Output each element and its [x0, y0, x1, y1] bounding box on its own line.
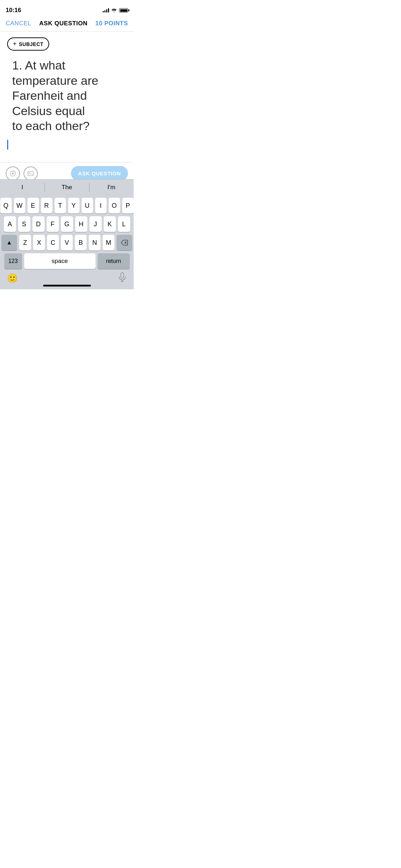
- key-i[interactable]: I: [95, 198, 107, 213]
- key-d[interactable]: D: [32, 216, 45, 232]
- key-t[interactable]: T: [55, 198, 66, 213]
- ask-question-button[interactable]: ASK QUESTION: [71, 166, 128, 181]
- camera-icon[interactable]: [6, 166, 20, 181]
- key-j[interactable]: J: [89, 216, 102, 232]
- key-row-2: A S D F G H J K L: [1, 216, 132, 232]
- key-k[interactable]: K: [104, 216, 116, 232]
- key-u[interactable]: U: [82, 198, 93, 213]
- emoji-button[interactable]: 🙂: [7, 273, 18, 283]
- svg-point-1: [12, 173, 13, 174]
- status-icons: [103, 8, 128, 12]
- predictive-item-1[interactable]: I: [0, 180, 45, 195]
- predictive-bar: I The I'm: [0, 179, 134, 195]
- key-f[interactable]: F: [47, 216, 59, 232]
- toolbar-icons: [6, 166, 38, 181]
- wifi-icon: [111, 8, 117, 12]
- key-a[interactable]: A: [4, 216, 16, 232]
- key-x[interactable]: X: [33, 235, 45, 250]
- plus-icon: +: [13, 40, 17, 48]
- status-time: 10:16: [6, 7, 21, 14]
- key-c[interactable]: C: [47, 235, 59, 250]
- keyboard: Q W E R T Y U I O P A S D F G H J K L ▲ …: [0, 195, 134, 289]
- content-area: + SUBJECT 1. At what temperature are Far…: [0, 32, 134, 139]
- key-q[interactable]: Q: [0, 198, 12, 213]
- image-icon[interactable]: [24, 166, 38, 181]
- question-area[interactable]: 1. At what temperature are Farenheit and…: [7, 58, 127, 134]
- key-g[interactable]: G: [61, 216, 73, 232]
- key-n[interactable]: N: [89, 235, 101, 250]
- key-e[interactable]: E: [27, 198, 39, 213]
- key-v[interactable]: V: [61, 235, 73, 250]
- key-row-3: ▲ Z X C V B N M: [1, 235, 132, 250]
- key-b[interactable]: B: [75, 235, 87, 250]
- battery-icon: [119, 8, 128, 12]
- predictive-item-3[interactable]: I'm: [89, 180, 134, 195]
- home-indicator: [43, 285, 91, 286]
- nav-bar: CANCEL ASK QUESTION 10 POINTS: [0, 16, 134, 32]
- predictive-item-2[interactable]: The: [45, 180, 89, 195]
- svg-rect-2: [28, 171, 34, 176]
- key-p[interactable]: P: [122, 198, 134, 213]
- key-row-1: Q W E R T Y U I O P: [1, 198, 132, 213]
- key-rows: Q W E R T Y U I O P A S D F G H J K L ▲ …: [0, 195, 134, 270]
- key-r[interactable]: R: [41, 198, 52, 213]
- shift-key[interactable]: ▲: [1, 235, 17, 250]
- svg-point-3: [29, 172, 30, 173]
- points-label[interactable]: 10 POINTS: [96, 20, 128, 27]
- subject-label: SUBJECT: [19, 41, 43, 47]
- numeric-key[interactable]: 123: [4, 253, 22, 269]
- key-l[interactable]: L: [118, 216, 130, 232]
- subject-button[interactable]: + SUBJECT: [7, 37, 49, 51]
- page-title: ASK QUESTION: [39, 20, 87, 27]
- signal-icon: [103, 8, 109, 12]
- key-row-4: 123 space return: [1, 253, 132, 269]
- text-cursor: [7, 140, 8, 150]
- key-m[interactable]: M: [103, 235, 114, 250]
- question-text: 1. At what temperature are Farenheit and…: [12, 58, 127, 134]
- space-key[interactable]: space: [24, 253, 96, 269]
- status-bar: 10:16: [0, 0, 134, 16]
- key-o[interactable]: O: [109, 198, 120, 213]
- backspace-key[interactable]: [117, 235, 132, 250]
- key-h[interactable]: H: [75, 216, 87, 232]
- keyboard-extras: 🙂: [0, 270, 134, 286]
- mic-button[interactable]: [118, 272, 127, 284]
- cancel-button[interactable]: CANCEL: [6, 20, 31, 27]
- key-z[interactable]: Z: [19, 235, 31, 250]
- return-key[interactable]: return: [98, 253, 130, 269]
- key-y[interactable]: Y: [68, 198, 79, 213]
- key-w[interactable]: W: [14, 198, 25, 213]
- key-s[interactable]: S: [18, 216, 30, 232]
- svg-rect-6: [121, 273, 124, 278]
